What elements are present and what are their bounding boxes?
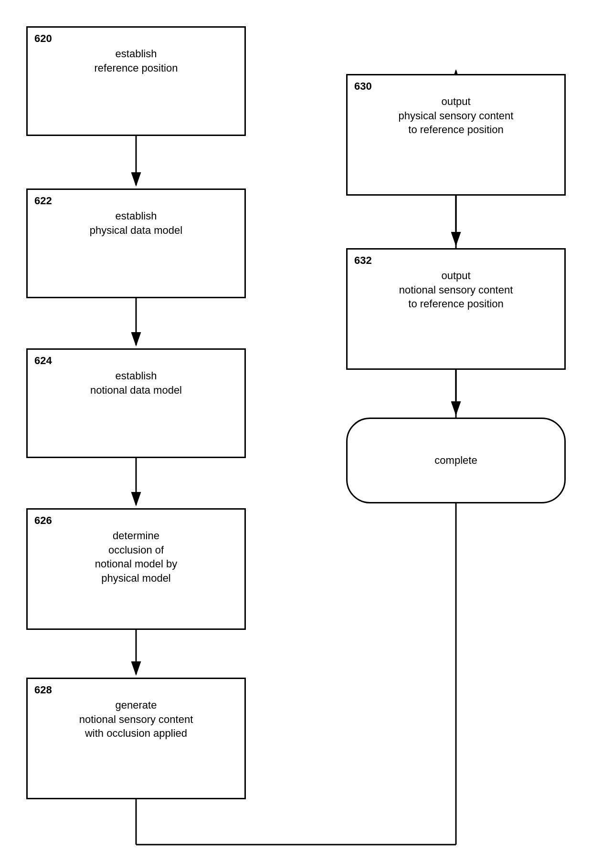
box-626: 626 determineocclusion ofnotional model … xyxy=(26,508,246,630)
box-632-number: 632 xyxy=(354,254,372,267)
box-630-number: 630 xyxy=(354,80,372,93)
box-626-text: determineocclusion ofnotional model byph… xyxy=(95,530,177,584)
box-632-text: outputnotional sensory contentto referen… xyxy=(399,270,513,310)
box-630: 630 outputphysical sensory contentto ref… xyxy=(346,74,566,196)
box-628-number: 628 xyxy=(34,684,52,696)
box-620-number: 620 xyxy=(34,32,52,45)
box-622: 622 establishphysical data model xyxy=(26,188,246,298)
terminal-complete-text: complete xyxy=(434,454,477,467)
box-622-number: 622 xyxy=(34,195,52,207)
box-624: 624 establishnotional data model xyxy=(26,348,246,458)
box-622-text: establishphysical data model xyxy=(90,210,182,236)
terminal-complete: complete xyxy=(346,418,566,503)
box-620-text: establishreference position xyxy=(95,48,178,74)
box-628: 628 generatenotional sensory contentwith… xyxy=(26,678,246,799)
box-630-text: outputphysical sensory contentto referen… xyxy=(399,95,514,136)
box-624-text: establishnotional data model xyxy=(90,370,182,396)
box-620: 620 establishreference position xyxy=(26,26,246,136)
box-628-text: generatenotional sensory contentwith occ… xyxy=(79,699,193,739)
box-626-number: 626 xyxy=(34,514,52,527)
box-632: 632 outputnotional sensory contentto ref… xyxy=(346,248,566,370)
diagram-container: 620 establishreference position 622 esta… xyxy=(0,0,592,868)
box-624-number: 624 xyxy=(34,355,52,367)
